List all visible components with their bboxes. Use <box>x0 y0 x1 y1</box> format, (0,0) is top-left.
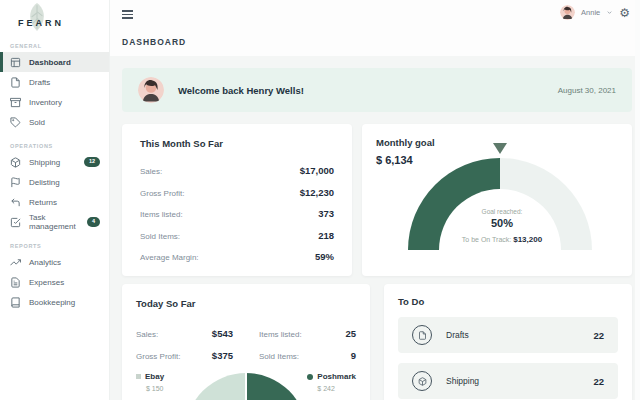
gear-icon[interactable]: ⚙ <box>619 7 630 19</box>
todo-card: To Do Drafts 22 Shipping 22 <box>384 284 632 400</box>
file-icon <box>10 77 21 88</box>
sidebar-item-label: Drafts <box>29 78 50 87</box>
legend-ebay: Ebay $ 150 <box>136 372 164 392</box>
tag-icon <box>10 117 21 128</box>
logo: FEARN <box>0 0 109 32</box>
header: Annie ⚙ DASHBOARD <box>110 0 640 56</box>
card-title: This Month So Far <box>140 138 334 149</box>
stat-row: Gross Profit: $375 <box>136 350 233 361</box>
book-icon <box>10 297 21 308</box>
todo-count: 22 <box>593 330 604 341</box>
ebay-swatch <box>136 374 141 379</box>
stat-row: Sales: $17,000 <box>140 165 334 176</box>
avatar <box>138 77 164 103</box>
flag-icon <box>10 177 21 188</box>
scrollbar[interactable] <box>635 0 640 400</box>
sidebar-item-label: Expenses <box>29 278 64 287</box>
welcome-banner: Welcome back Henry Wells! August 30, 202… <box>122 68 632 112</box>
sidebar-item-dashboard[interactable]: Dashboard <box>0 52 109 72</box>
gauge-text: Goal reached: 50% To be On Track: $13,20… <box>420 208 584 244</box>
sidebar-item-label: Delisting <box>29 178 60 187</box>
poshmark-swatch <box>307 374 313 380</box>
poshmark-value: $ 242 <box>307 385 356 392</box>
goal-reached-percent: 50% <box>420 217 584 229</box>
month-summary-card: This Month So Far Sales: $17,000 Gross P… <box>122 124 352 276</box>
card-title: Monthly goal <box>376 137 435 148</box>
logo-text: FEARN <box>18 18 64 28</box>
stat-row: Sold Items: 9 <box>259 350 356 361</box>
ebay-value: $ 150 <box>136 385 164 392</box>
sidebar: FEARN GENERAL Dashboard Drafts Inventory… <box>0 0 110 400</box>
receipt-icon <box>10 277 21 288</box>
card-title: To Do <box>398 296 618 307</box>
sidebar-item-inventory[interactable]: Inventory <box>0 92 109 112</box>
sidebar-item-shipping[interactable]: Shipping 12 <box>0 152 109 172</box>
sidebar-item-label: Returns <box>29 198 57 207</box>
sidebar-item-label: Inventory <box>29 98 62 107</box>
chevron-down-icon <box>606 9 613 16</box>
return-arrow-icon <box>10 197 21 208</box>
on-track-line: To be On Track: $13,200 <box>420 235 584 244</box>
sidebar-section-operations: OPERATIONS <box>10 143 109 149</box>
pie-divider <box>245 373 247 400</box>
app-window: FEARN GENERAL Dashboard Drafts Inventory… <box>0 0 640 400</box>
stat-row: Sold Items: 218 <box>140 230 334 241</box>
banner-date: August 30, 2021 <box>558 86 616 95</box>
stat-row: Items listed: 25 <box>259 328 356 339</box>
sidebar-item-label: Shipping <box>29 158 60 167</box>
sidebar-item-task-management[interactable]: Task management 4 <box>0 212 109 232</box>
sidebar-item-label: Sold <box>29 118 45 127</box>
goal-reached-label: Goal reached: <box>420 208 584 215</box>
sidebar-section-general: GENERAL <box>10 43 109 49</box>
task-badge: 4 <box>87 217 100 227</box>
sidebar-item-drafts[interactable]: Drafts <box>0 72 109 92</box>
sidebar-item-label: Dashboard <box>29 58 71 67</box>
legend-poshmark: Poshmark $ 242 <box>307 372 356 392</box>
goal-amount: $ 6,134 <box>376 154 413 166</box>
todo-item-shipping[interactable]: Shipping 22 <box>398 363 618 399</box>
dashboard-icon <box>10 57 21 68</box>
sidebar-item-sold[interactable]: Sold <box>0 112 109 132</box>
sidebar-item-label: Bookkeeping <box>29 298 75 307</box>
monthly-goal-card: Monthly goal $ 6,134 Goal reached: 50% T… <box>362 124 632 276</box>
stat-row: Items listed: 373 <box>140 208 334 219</box>
hamburger-menu-icon[interactable] <box>122 10 133 21</box>
todo-count: 22 <box>593 376 604 387</box>
on-track-value: $13,200 <box>513 235 542 244</box>
todo-label: Shipping <box>446 376 479 386</box>
sidebar-item-analytics[interactable]: Analytics <box>0 252 109 272</box>
check-square-icon <box>10 217 21 228</box>
avatar <box>560 5 575 20</box>
welcome-message: Welcome back Henry Wells! <box>178 85 304 96</box>
stat-row: Average Margin: 59% <box>140 251 334 262</box>
chart-icon <box>10 257 21 268</box>
sidebar-item-bookkeeping[interactable]: Bookkeeping <box>0 292 109 312</box>
user-name: Annie <box>581 8 600 17</box>
file-icon <box>412 325 432 345</box>
page-title: DASHBOARD <box>122 37 186 47</box>
gauge-marker-icon <box>493 143 507 154</box>
user-menu[interactable]: Annie ⚙ <box>560 5 630 20</box>
package-icon <box>412 371 432 391</box>
stat-row: Sales: $543 <box>136 328 233 339</box>
archive-icon <box>10 97 21 108</box>
sidebar-item-label: Analytics <box>29 258 61 267</box>
todo-label: Drafts <box>446 330 469 340</box>
card-title: Today So Far <box>136 298 356 309</box>
sidebar-item-returns[interactable]: Returns <box>0 192 109 212</box>
main-content: Welcome back Henry Wells! August 30, 202… <box>110 56 640 400</box>
today-summary-card: Today So Far Sales: $543 Gross Profit: $… <box>122 284 370 400</box>
shipping-badge: 12 <box>84 157 100 167</box>
todo-item-drafts[interactable]: Drafts 22 <box>398 317 618 353</box>
stat-row: Gross Profit: $12,230 <box>140 187 334 198</box>
sidebar-section-reports: REPORTS <box>10 243 109 249</box>
sidebar-item-label: Task management <box>29 213 79 231</box>
sidebar-item-expenses[interactable]: Expenses <box>0 272 109 292</box>
package-icon <box>10 157 21 168</box>
today-stats: Sales: $543 Gross Profit: $375 Items lis… <box>136 317 356 361</box>
sidebar-item-delisting[interactable]: Delisting <box>0 172 109 192</box>
